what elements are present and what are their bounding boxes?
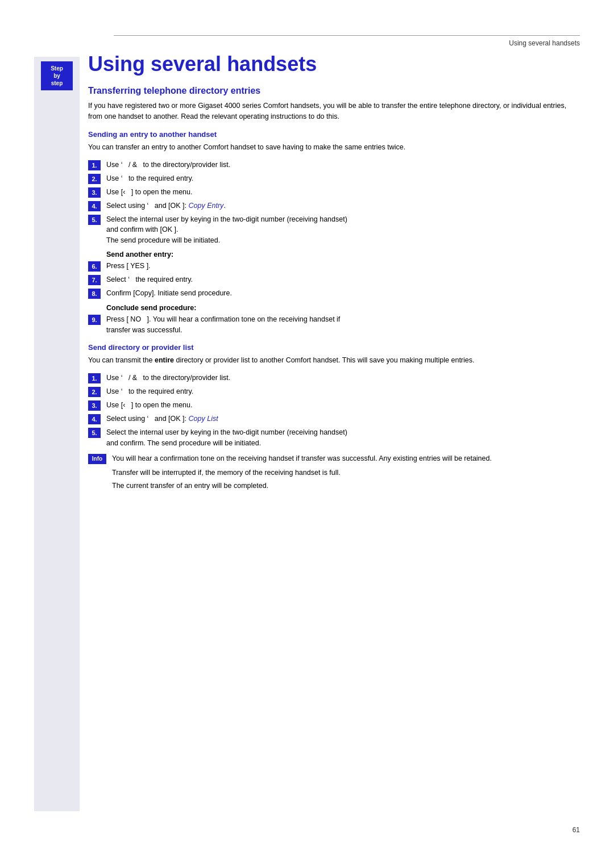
info-text-1: You will hear a confirmation tone on the… (112, 453, 492, 464)
step-row: 4. Select using ‘ and [OK ]: Copy Entry. (88, 201, 580, 212)
info-text-2: Transfer will be interrupted if, the mem… (112, 469, 341, 477)
subsection2-intro: You can transmit the entire directory or… (88, 355, 580, 366)
step-row: 2. Use ‘ to the required entry. (88, 386, 580, 398)
subsection1-steps2: 6. Press [ YES ]. 7. Select ‘ the requir… (88, 261, 580, 299)
section1-intro: If you have registered two or more Gigas… (88, 101, 580, 122)
send-another-label: Send another entry: (106, 251, 580, 258)
info-line-2: Transfer will be interrupted if, the mem… (112, 468, 580, 478)
step-badge-s2: 2. (88, 387, 101, 397)
subsection2-steps: 1. Use ‘ / & to the directory/provider l… (88, 373, 580, 449)
page-title: Using several handsets (88, 52, 580, 76)
step-badge-s4: 4. (88, 414, 101, 424)
step-text-7: Select ‘ the required entry. (106, 274, 193, 285)
sidebar: Step by step (34, 57, 80, 811)
info-row-1: Info You will hear a confirmation tone o… (88, 453, 580, 465)
step-badge-4: 4. (88, 201, 101, 211)
step-text-3: Use [‹ ] to open the menu. (106, 187, 192, 198)
step-badge-9: 9. (88, 315, 101, 325)
subsection1-steps3: 9. Press [ NO ]. You will hear a confirm… (88, 314, 580, 336)
step-badge-s5: 5. (88, 428, 101, 438)
step-badge-2: 2. (88, 174, 101, 184)
step-text-s1: Use ‘ / & to the directory/provider list… (106, 373, 230, 383)
step-text-9: Press [ NO ]. You will hear a confirmati… (106, 314, 340, 336)
info-block: Info You will hear a confirmation tone o… (88, 453, 580, 492)
step-text-5: Select the internal user by keying in th… (106, 214, 347, 246)
step-row: 3. Use [‹ ] to open the menu. (88, 400, 580, 411)
step-row: 2. Use ‘ to the required entry. (88, 173, 580, 185)
step-text-4: Select using ‘ and [OK ]: Copy Entry. (106, 201, 226, 211)
page-container: Using several handsets Step by step Usin… (0, 0, 614, 868)
step-badge-3: 3. (88, 187, 101, 198)
step-text-s5: Select the internal user by keying in th… (106, 427, 347, 449)
step-text-s2: Use ‘ to the required entry. (106, 386, 193, 397)
subsection1-intro: You can transfer an entry to another Com… (88, 142, 580, 153)
step-badge-s3: 3. (88, 400, 101, 411)
step-text-1: Use ‘ / & to the directory/provider list… (106, 160, 230, 170)
step-badge-5: 5. (88, 215, 101, 225)
step-badge-s1: 1. (88, 373, 101, 383)
section1-heading: Transferring telephone directory entries (88, 86, 580, 96)
conclude-label: Conclude send procedure: (106, 304, 580, 312)
step-row: 5. Select the internal user by keying in… (88, 427, 580, 449)
step-row: 9. Press [ NO ]. You will hear a confirm… (88, 314, 580, 336)
step-row: 5. Select the internal user by keying in… (88, 214, 580, 246)
step-row: 6. Press [ YES ]. (88, 261, 580, 272)
step-text-s4: Select using ‘ and [OK ]: Copy List (106, 414, 218, 424)
main-content: Using several handsets Transferring tele… (88, 45, 580, 491)
step-row: 1. Use ‘ / & to the directory/provider l… (88, 373, 580, 384)
step-text-2: Use ‘ to the required entry. (106, 173, 193, 184)
step-badge-6: 6. (88, 261, 101, 272)
step-text-s3: Use [‹ ] to open the menu. (106, 400, 192, 411)
step-badge-1: 1. (88, 160, 101, 170)
subsection2-heading: Send directory or provider list (88, 343, 580, 352)
step-row: 8. Confirm [Copy]. Initiate send procedu… (88, 288, 580, 299)
page-number: 61 (572, 826, 580, 834)
info-line-3: The current transfer of an entry will be… (112, 481, 580, 491)
step-text-8: Confirm [Copy]. Initiate send procedure. (106, 288, 232, 299)
step-row: 7. Select ‘ the required entry. (88, 274, 580, 286)
step-row: 4. Select using ‘ and [OK ]: Copy List (88, 414, 580, 425)
step-badge-8: 8. (88, 289, 101, 299)
info-badge-1: Info (88, 454, 106, 464)
subsection1-steps: 1. Use ‘ / & to the directory/provider l… (88, 160, 580, 246)
step-badge-7: 7. (88, 275, 101, 285)
step-row: 1. Use ‘ / & to the directory/provider l… (88, 160, 580, 171)
step-text-6: Press [ YES ]. (106, 261, 151, 272)
step-row: 3. Use [‹ ] to open the menu. (88, 187, 580, 198)
info-text-3: The current transfer of an entry will be… (112, 482, 268, 490)
subsection1-heading: Sending an entry to another handset (88, 130, 580, 139)
step-by-step-badge: Step by step (41, 61, 73, 90)
